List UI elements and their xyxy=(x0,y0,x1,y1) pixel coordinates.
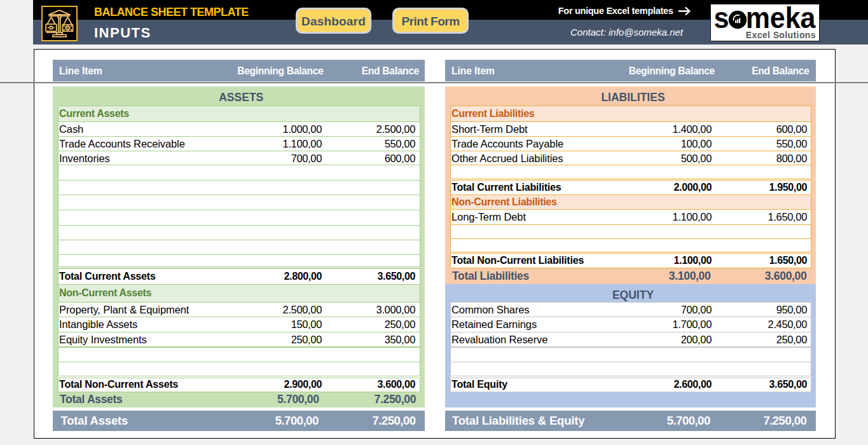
svg-text:S: S xyxy=(66,25,69,31)
